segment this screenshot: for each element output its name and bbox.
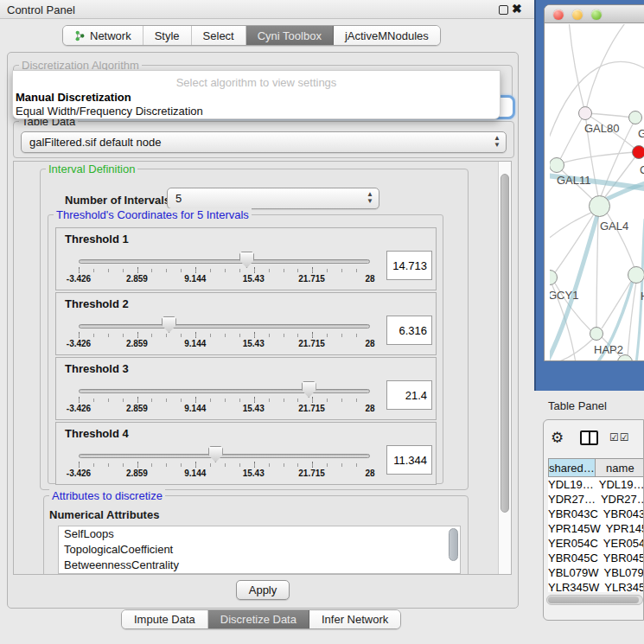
node-hap2[interactable] bbox=[590, 327, 603, 341]
close-icon[interactable]: ✖ bbox=[512, 2, 522, 16]
network-canvas[interactable]: GAL80 GA C GAL11 GAL4 GCY1 H HAP2 bbox=[550, 24, 644, 361]
numerical-attributes-list: SelfLoops TopologicalCoefficient Between… bbox=[58, 526, 461, 574]
scrollbar-thumb[interactable] bbox=[501, 174, 509, 513]
menu-item-equal-width-frequency[interactable]: Equal Width/Frequency Discretization bbox=[16, 105, 203, 118]
table-data-value: galFiltered.sif default node bbox=[29, 136, 161, 149]
threshold-2-panel: Threshold 2 -3.4262.8599.14415.4321.7152… bbox=[55, 292, 437, 355]
threshold-4-slider[interactable] bbox=[79, 454, 370, 458]
number-of-intervals-combobox[interactable]: 5 ▲▼ bbox=[167, 188, 379, 209]
threshold-4-value-field[interactable]: 11.344 bbox=[386, 445, 432, 475]
table-row[interactable]: YER054CYER054C bbox=[548, 536, 644, 551]
threshold-3-panel: Threshold 3 -3.4262.8599.14415.4321.7152… bbox=[55, 357, 437, 420]
node-label-gcy1: GCY1 bbox=[550, 289, 578, 302]
control-panel-titlebar: Control Panel ✖ bbox=[0, 0, 534, 19]
network-window-frame: GAL80 GA C GAL11 GAL4 GCY1 H HAP2 bbox=[534, 0, 644, 391]
threshold-3-slider[interactable] bbox=[79, 389, 370, 393]
list-scrollbar[interactable] bbox=[449, 528, 458, 561]
tab-jactivemnodules[interactable]: jActiveMNodules bbox=[334, 26, 440, 45]
menu-item-manual-discretization[interactable]: Manual Discretization bbox=[16, 91, 131, 104]
threshold-1-slider-thumb[interactable] bbox=[239, 252, 254, 268]
threshold-3-slider-thumb[interactable] bbox=[302, 381, 316, 398]
node-label-gal4: GAL4 bbox=[600, 220, 628, 233]
top-tab-bar: Network Style Select Cyni Toolbox jActiv… bbox=[62, 25, 441, 46]
interval-definition-title: Interval Definition bbox=[46, 163, 137, 175]
network-icon bbox=[74, 30, 86, 41]
control-panel: Control Panel ✖ Network Style Select Cyn… bbox=[0, 0, 534, 644]
table-row[interactable]: YBL079WYBL079W bbox=[548, 565, 644, 580]
table-row[interactable]: YPR145WYPR145W bbox=[548, 521, 644, 536]
threshold-1-panel: Threshold 1 -3.4262.8599.14415.4321.7152… bbox=[55, 227, 437, 290]
column-header-shared-name[interactable]: shared… bbox=[548, 459, 596, 476]
apply-strip: Apply bbox=[8, 575, 518, 608]
apply-button[interactable]: Apply bbox=[236, 580, 290, 600]
node-label-hap2: HAP2 bbox=[594, 343, 623, 356]
bottom-tab-bar: Impute Data Discretize Data Infer Networ… bbox=[121, 609, 401, 629]
node-label-cut-red: C bbox=[640, 163, 644, 176]
tab-cyni-toolbox[interactable]: Cyni Toolbox bbox=[246, 26, 334, 45]
list-item[interactable]: BetweennessCentrality bbox=[59, 558, 460, 573]
node-gal4[interactable] bbox=[589, 195, 610, 217]
node-table: shared… name YDL19…YDL19… YDR27…YDR27… Y… bbox=[548, 458, 644, 592]
table-horizontal-scrollbar[interactable] bbox=[546, 595, 643, 605]
table-panel-title: Table Panel bbox=[548, 399, 607, 412]
columns-icon[interactable] bbox=[580, 430, 598, 445]
cyni-toolbox-panel: Discretization Algorithm Select algorith… bbox=[7, 52, 519, 609]
thresholds-group-title: Threshold's Coordinates for 5 Intervals bbox=[54, 208, 252, 221]
threshold-4-slider-thumb[interactable] bbox=[208, 446, 223, 462]
float-window-icon[interactable] bbox=[499, 5, 508, 15]
table-data-combobox[interactable]: galFiltered.sif default node ▲▼ bbox=[21, 131, 507, 153]
node-label-gal11: GAL11 bbox=[557, 174, 591, 187]
node-red[interactable] bbox=[632, 145, 644, 159]
tab-network-label: Network bbox=[90, 29, 131, 42]
number-of-intervals-label: Number of Intervals bbox=[65, 194, 170, 207]
node-label-cut-top-right: GA bbox=[638, 127, 644, 140]
attributes-group-title: Attributes to discretize bbox=[49, 489, 165, 502]
tab-infer-network[interactable]: Infer Network bbox=[309, 610, 400, 628]
settings-vertical-scrollbar[interactable] bbox=[498, 162, 511, 574]
table-panel-region: Table Panel ⚙ ☑☑ shared… name YDL19…YDL1… bbox=[534, 391, 644, 644]
threshold-2-value-field[interactable]: 6.316 bbox=[386, 316, 432, 345]
network-edges bbox=[550, 24, 644, 361]
attributes-group: Attributes to discretize Numerical Attri… bbox=[43, 495, 469, 575]
tab-impute-data[interactable]: Impute Data bbox=[122, 610, 208, 628]
threshold-4-panel: Threshold 4 -3.4262.8599.14415.4321.7152… bbox=[55, 422, 437, 485]
list-item[interactable]: TopologicalCoefficient bbox=[59, 542, 460, 558]
threshold-1-slider[interactable] bbox=[79, 259, 370, 264]
tab-select[interactable]: Select bbox=[192, 26, 246, 45]
threshold-2-slider-thumb[interactable] bbox=[162, 316, 176, 333]
column-header-name[interactable]: name bbox=[596, 459, 644, 476]
right-region: GAL80 GA C GAL11 GAL4 GCY1 H HAP2 Table … bbox=[534, 0, 644, 644]
table-row[interactable]: YDR27…YDR27… bbox=[548, 492, 644, 507]
table-row[interactable]: YLR345WYLR345W bbox=[548, 580, 644, 592]
table-panel-window: ⚙ ☑☑ shared… name YDL19…YDL19… YDR27…YDR… bbox=[543, 419, 644, 621]
node-label-cut-right: H bbox=[641, 290, 644, 303]
minimize-traffic-light[interactable] bbox=[572, 10, 583, 20]
threshold-1-value-field[interactable]: 14.713 bbox=[386, 251, 432, 280]
table-row[interactable]: YDL19…YDL19… bbox=[548, 477, 644, 492]
network-window-titlebar[interactable] bbox=[545, 5, 644, 23]
threshold-3-value-field[interactable]: 21.4 bbox=[386, 380, 432, 410]
settings-scrollpane: Interval Definition Number of Intervals … bbox=[13, 161, 512, 575]
node-top-right[interactable] bbox=[628, 111, 642, 124]
table-row[interactable]: YBR043CYBR043C bbox=[548, 507, 644, 521]
threshold-2-slider[interactable] bbox=[79, 324, 370, 328]
close-traffic-light[interactable] bbox=[553, 10, 564, 20]
scrollbar-thumb[interactable] bbox=[548, 596, 639, 603]
algorithm-dropdown-popup: Select algorithm to view settings Manual… bbox=[12, 70, 501, 119]
zoom-traffic-light[interactable] bbox=[591, 10, 602, 20]
node-gal80[interactable] bbox=[578, 106, 592, 120]
list-item[interactable]: SelfLoops bbox=[59, 526, 460, 542]
interval-definition-group: Interval Definition Number of Intervals … bbox=[40, 169, 469, 490]
checkbox-icons[interactable]: ☑☑ bbox=[609, 431, 630, 443]
gear-icon[interactable]: ⚙ bbox=[551, 429, 564, 447]
tab-style[interactable]: Style bbox=[143, 26, 192, 45]
numerical-attributes-label: Numerical Attributes bbox=[49, 508, 159, 521]
node-right[interactable] bbox=[628, 266, 644, 284]
table-row[interactable]: YBR045CYBR045C bbox=[548, 551, 644, 565]
algorithm-hint: Select algorithm to view settings bbox=[13, 76, 500, 89]
thresholds-group: Threshold's Coordinates for 5 Intervals … bbox=[48, 214, 443, 484]
tab-discretize-data[interactable]: Discretize Data bbox=[208, 610, 309, 628]
combo-arrows-icon: ▲▼ bbox=[367, 191, 373, 205]
tab-network[interactable]: Network bbox=[63, 26, 143, 45]
node-label-gal80: GAL80 bbox=[584, 122, 619, 135]
